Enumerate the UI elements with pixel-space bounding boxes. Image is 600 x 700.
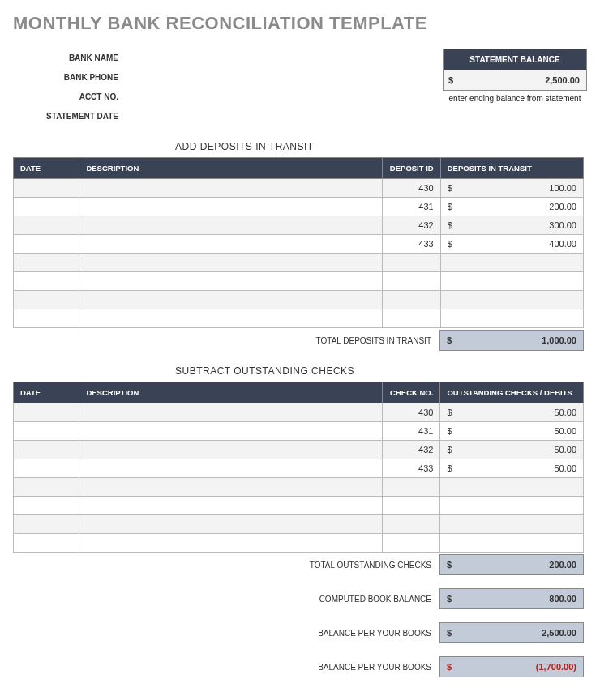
- cell-desc[interactable]: [79, 272, 383, 291]
- cell-desc[interactable]: [79, 179, 383, 198]
- cell-amount[interactable]: [440, 291, 583, 309]
- cell-date[interactable]: [14, 441, 79, 459]
- summary-row: BALANCE PER YOUR BOOKS$2,500.00: [13, 622, 584, 643]
- th-checks-amount: OUTSTANDING CHECKS / DEBITS: [440, 382, 584, 403]
- cell-id[interactable]: 432: [382, 216, 440, 235]
- cell-date[interactable]: [14, 459, 79, 478]
- cell-desc[interactable]: [79, 291, 383, 309]
- cell-date[interactable]: [14, 534, 79, 553]
- currency-symbol: $: [447, 463, 458, 473]
- cell-id[interactable]: [382, 515, 440, 534]
- cell-date[interactable]: [14, 403, 79, 422]
- cell-desc[interactable]: [79, 534, 382, 553]
- cell-desc[interactable]: [79, 459, 382, 478]
- summary-row: BALANCE PER YOUR BOOKS$(1,700.00): [13, 656, 584, 677]
- deposits-total-label: TOTAL DEPOSITS IN TRANSIT: [13, 336, 439, 345]
- cell-desc[interactable]: [79, 309, 383, 328]
- currency-symbol: $: [447, 445, 458, 455]
- currency-symbol: $: [447, 408, 458, 417]
- header-row: BANK NAME BANK PHONE ACCT NO. STATEMENT …: [13, 49, 587, 126]
- cell-amount[interactable]: $50.00: [440, 459, 584, 478]
- cell-amount[interactable]: $300.00: [440, 216, 583, 235]
- cell-id[interactable]: 432: [382, 441, 440, 459]
- amount-value: 50.00: [458, 426, 576, 436]
- cell-id[interactable]: 433: [382, 459, 440, 478]
- cell-date[interactable]: [14, 309, 79, 328]
- cell-date[interactable]: [14, 216, 79, 235]
- cell-desc[interactable]: [79, 403, 382, 422]
- cell-amount[interactable]: $50.00: [440, 441, 584, 459]
- deposits-table: DATE DESCRIPTION DEPOSIT ID DEPOSITS IN …: [13, 157, 584, 328]
- deposits-total-row: TOTAL DEPOSITS IN TRANSIT $ 1,000.00: [13, 330, 584, 351]
- cell-desc[interactable]: [79, 441, 382, 459]
- cell-id[interactable]: [382, 272, 440, 291]
- cell-amount[interactable]: $400.00: [440, 235, 583, 254]
- cell-desc[interactable]: [79, 216, 383, 235]
- cell-date[interactable]: [14, 291, 79, 309]
- cell-desc[interactable]: [79, 235, 383, 254]
- currency-symbol: $: [447, 594, 458, 604]
- currency-symbol: $: [448, 202, 459, 211]
- cell-amount[interactable]: [440, 478, 584, 497]
- label-acct-no: ACCT NO.: [13, 88, 126, 107]
- cell-id[interactable]: 433: [382, 235, 440, 254]
- table-row: 432$50.00: [14, 441, 584, 459]
- cell-desc[interactable]: [79, 254, 383, 272]
- currency-symbol: $: [447, 426, 458, 436]
- cell-amount[interactable]: [440, 497, 584, 515]
- cell-desc[interactable]: [79, 422, 382, 441]
- cell-date[interactable]: [14, 515, 79, 534]
- summary-label: COMPUTED BOOK BALANCE: [13, 595, 439, 604]
- cell-amount[interactable]: $50.00: [440, 422, 584, 441]
- cell-id[interactable]: [382, 497, 440, 515]
- amount-value: 50.00: [458, 408, 576, 417]
- cell-date[interactable]: [14, 254, 79, 272]
- summary-amount: (1,700.00): [458, 662, 576, 672]
- cell-amount[interactable]: [440, 534, 584, 553]
- cell-desc[interactable]: [79, 198, 383, 216]
- cell-id[interactable]: 430: [382, 403, 440, 422]
- amount-value: 50.00: [458, 463, 576, 473]
- summary-label: BALANCE PER YOUR BOOKS: [13, 629, 439, 638]
- cell-id[interactable]: 430: [382, 179, 440, 198]
- th-desc: DESCRIPTION: [79, 158, 383, 179]
- cell-amount[interactable]: [440, 254, 583, 272]
- statement-balance-box: STATEMENT BALANCE $ 2,500.00 enter endin…: [443, 49, 587, 103]
- cell-amount[interactable]: $50.00: [440, 403, 584, 422]
- cell-desc[interactable]: [79, 497, 382, 515]
- table-row: 430$100.00: [14, 179, 584, 198]
- cell-amount[interactable]: [440, 515, 584, 534]
- cell-desc[interactable]: [79, 478, 382, 497]
- cell-date[interactable]: [14, 422, 79, 441]
- summary-row: COMPUTED BOOK BALANCE$800.00: [13, 588, 584, 609]
- table-row: [14, 534, 584, 553]
- label-statement-date: STATEMENT DATE: [13, 107, 126, 126]
- th-deposit-id: DEPOSIT ID: [382, 158, 440, 179]
- table-row: 433$50.00: [14, 459, 584, 478]
- currency-symbol: $: [448, 183, 459, 193]
- cell-id[interactable]: [382, 291, 440, 309]
- cell-amount[interactable]: [440, 272, 583, 291]
- cell-amount[interactable]: [440, 309, 583, 328]
- checks-total-amount: 200.00: [458, 560, 576, 570]
- cell-id[interactable]: [382, 534, 440, 553]
- cell-id[interactable]: 431: [382, 422, 440, 441]
- cell-date[interactable]: [14, 179, 79, 198]
- cell-id[interactable]: [382, 478, 440, 497]
- cell-date[interactable]: [14, 235, 79, 254]
- cell-desc[interactable]: [79, 515, 382, 534]
- amount-value: 50.00: [458, 445, 576, 455]
- cell-amount[interactable]: $200.00: [440, 198, 583, 216]
- cell-amount[interactable]: $100.00: [440, 179, 583, 198]
- cell-id[interactable]: [382, 254, 440, 272]
- cell-date[interactable]: [14, 497, 79, 515]
- cell-id[interactable]: 431: [382, 198, 440, 216]
- info-labels: BANK NAME BANK PHONE ACCT NO. STATEMENT …: [13, 49, 126, 126]
- cell-date[interactable]: [14, 198, 79, 216]
- amount-value: 300.00: [459, 220, 576, 230]
- summary-label: BALANCE PER YOUR BOOKS: [13, 663, 439, 672]
- currency-symbol: $: [447, 628, 458, 638]
- cell-id[interactable]: [382, 309, 440, 328]
- cell-date[interactable]: [14, 272, 79, 291]
- cell-date[interactable]: [14, 478, 79, 497]
